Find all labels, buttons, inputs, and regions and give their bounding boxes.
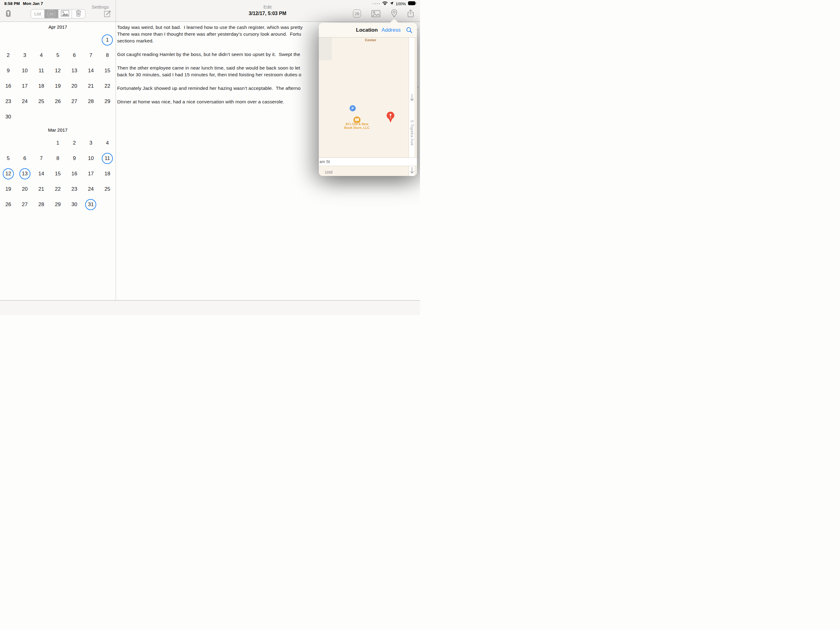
wifi-icon (382, 1, 388, 6)
calendar-day[interactable]: 16 (3, 81, 14, 92)
calendar-day[interactable]: 7 (36, 153, 47, 164)
bottom-toolbar (0, 300, 420, 315)
calendar-day[interactable]: 11 (36, 65, 47, 76)
map-legal-link[interactable]: Legal (325, 170, 332, 174)
calendar-day[interactable]: 30 (69, 199, 80, 210)
segment-list[interactable]: List (31, 9, 44, 18)
calendar-day[interactable]: 15 (102, 65, 113, 76)
calendar-day[interactable]: 31 (85, 199, 96, 210)
entry-paragraph: Fortunately Jack showed up and reminded … (117, 85, 332, 92)
tab-address[interactable]: Address (382, 27, 401, 33)
calendar-day[interactable]: 21 (36, 184, 47, 195)
calendar-day[interactable]: 9 (3, 65, 14, 76)
entry-line: back for 30 minutes, said I had 15 minut… (117, 71, 332, 78)
location-pin-button[interactable] (391, 9, 398, 18)
calendar-day[interactable]: 24 (85, 184, 96, 195)
calendar-day[interactable]: 29 (102, 96, 113, 107)
entry-paragraph: Today was weird, but not bad. I learned … (117, 24, 332, 44)
map-view[interactable]: Center S Topeka Ave P Al's Old & New Boo… (319, 38, 417, 176)
calendar-day[interactable]: 18 (36, 81, 47, 92)
calendar-day[interactable]: 12 (3, 168, 14, 179)
calendar-day[interactable]: 28 (36, 199, 47, 210)
calendar-day[interactable]: 11 (102, 153, 113, 164)
battery-icon (408, 1, 416, 6)
calendar-day[interactable]: 2 (3, 50, 14, 61)
segment-trash[interactable] (72, 9, 85, 18)
calendar-day[interactable]: 22 (102, 81, 113, 92)
calendar-day[interactable]: 25 (102, 184, 113, 195)
calendar-day[interactable]: 9 (69, 153, 80, 164)
photo-attach-button[interactable] (371, 10, 381, 17)
calendar-day[interactable]: 30 (3, 111, 14, 122)
calendar-day[interactable]: 3 (19, 50, 30, 61)
calendar-day[interactable]: 15 (52, 168, 63, 179)
calendar-day[interactable]: 26 (52, 96, 63, 107)
calendar-day[interactable]: 7 (85, 50, 96, 61)
calendar-day[interactable]: 14 (36, 168, 47, 179)
segment-photos[interactable] (58, 9, 72, 18)
entry-line: Then the other employee came in near lun… (117, 65, 332, 71)
calendar-day[interactable]: 5 (52, 50, 63, 61)
calendar-day[interactable]: 18 (102, 168, 113, 179)
calendar-day[interactable]: 10 (85, 153, 96, 164)
sidebar-divider (115, 0, 116, 315)
calendar-day[interactable]: 13 (19, 168, 30, 179)
journal-entry-text[interactable]: Today was weird, but not bad. I learned … (117, 24, 332, 112)
scroll-down-arrow-icon (410, 167, 414, 176)
share-button[interactable] (407, 9, 414, 17)
tab-location[interactable]: Location (356, 27, 378, 33)
search-icon[interactable] (406, 27, 412, 33)
calendar-day[interactable]: 22 (52, 184, 63, 195)
calendar-day[interactable]: 25 (36, 96, 47, 107)
entry-paragraph: Dinner at home was nice, had a nice conv… (117, 98, 332, 105)
calendar-day[interactable]: 24 (19, 96, 30, 107)
calendar-day[interactable]: 19 (52, 81, 63, 92)
calendar-day[interactable]: 2 (69, 138, 80, 149)
calendar-day[interactable]: 1 (102, 35, 113, 46)
calendar-day[interactable]: 16 (69, 168, 80, 179)
calendar-day[interactable]: 27 (19, 199, 30, 210)
entry-line: There was more than I thought there was … (117, 31, 332, 38)
lock-button[interactable] (6, 10, 11, 17)
calendar-day[interactable]: 19 (3, 184, 14, 195)
calendar-day[interactable]: 13 (69, 65, 80, 76)
calendar-day[interactable]: 12 (52, 65, 63, 76)
calendar-day[interactable]: 17 (19, 81, 30, 92)
calendar-day[interactable]: 8 (102, 50, 113, 61)
calendar-day[interactable]: 1 (52, 138, 63, 149)
photos-icon (61, 10, 69, 18)
calendar-day[interactable]: 6 (19, 153, 30, 164)
calendar-day[interactable]: 6 (69, 50, 80, 61)
calendar-day[interactable]: 23 (69, 184, 80, 195)
map-street-name-vertical: S Topeka Ave (410, 120, 414, 146)
calendar-view-button[interactable]: 26 (353, 9, 361, 17)
calendar-day[interactable]: 4 (36, 50, 47, 61)
calendar-day[interactable]: 3 (85, 138, 96, 149)
parking-marker: P (350, 105, 356, 111)
trash-icon (76, 10, 81, 18)
status-time: 8:58 PM (4, 1, 20, 6)
calendar-day[interactable]: 17 (85, 168, 96, 179)
calendar-day[interactable]: 26 (3, 199, 14, 210)
calendar-day[interactable]: 20 (69, 81, 80, 92)
calendar-day[interactable]: 27 (69, 96, 80, 107)
entry-line: Dinner at home was nice, had a nice conv… (117, 98, 332, 105)
calendar-day[interactable]: 5 (3, 153, 14, 164)
popover-arrow (390, 19, 398, 23)
calendar-day[interactable]: 4 (102, 138, 113, 149)
calendar-day[interactable]: 29 (52, 199, 63, 210)
calendar-day[interactable]: 14 (85, 65, 96, 76)
calendar-day[interactable]: 23 (3, 96, 14, 107)
calendar-day[interactable]: 20 (19, 184, 30, 195)
segment-calendar-selected[interactable]: 26 (44, 9, 58, 18)
calendar-day[interactable]: 8 (52, 153, 63, 164)
bookstore-label: Al's Old & New Book Store, LLC (335, 122, 379, 130)
compose-button[interactable] (104, 9, 112, 17)
status-bar: 8:58 PMMon Jan 7 100% (0, 0, 420, 7)
calendar-day[interactable]: 21 (85, 81, 96, 92)
calendar-day[interactable]: 10 (19, 65, 30, 76)
calendar-day[interactable]: 28 (85, 96, 96, 107)
entry-paragraph: Got caught reading Hamlet by the boss, b… (117, 51, 332, 58)
entry-location-pin[interactable] (386, 111, 395, 124)
scroll-down-arrow-icon (410, 94, 414, 103)
